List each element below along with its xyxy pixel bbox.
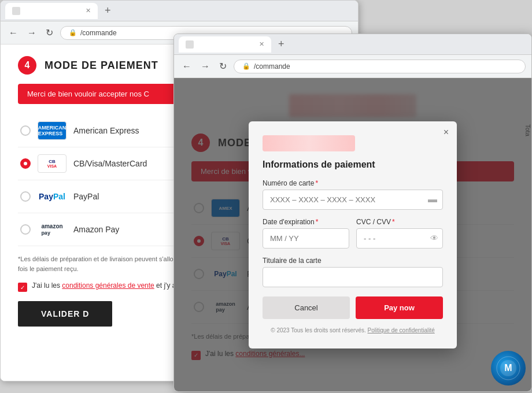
malwarebytes-logo: M — [491, 351, 526, 385]
cardholder-input[interactable] — [263, 267, 443, 287]
privacy-link[interactable]: Politique de confidentialité — [368, 327, 435, 333]
modal-overlay: × Informations de paiement Numéro de car… — [174, 78, 531, 391]
expiry-required-star: * — [316, 218, 319, 226]
back-paypal-logo: PayPal — [38, 187, 66, 206]
tab-favicon-front — [186, 40, 194, 49]
cvc-group: CVC / CVV* 👁 — [356, 218, 443, 249]
front-tab-close[interactable]: ✕ — [259, 40, 264, 48]
front-address-bar[interactable]: 🔒 /commande — [234, 60, 526, 73]
front-forward-btn[interactable]: → — [198, 59, 212, 74]
back-cgu-link[interactable]: conditions générales de vente — [62, 281, 154, 290]
back-reload-btn[interactable]: ↻ — [43, 25, 56, 40]
card-number-input[interactable] — [263, 190, 443, 210]
back-new-tab-btn[interactable]: + — [101, 5, 114, 17]
back-cgu-text: J'ai lu les conditions générales de vent… — [32, 281, 180, 290]
front-back-btn[interactable]: ← — [180, 59, 194, 74]
front-new-tab-btn[interactable]: + — [275, 38, 288, 50]
back-cbvisa-label: CB/Visa/MasterCard — [73, 159, 147, 168]
modal-close-btn[interactable]: × — [444, 127, 449, 138]
back-tab-close[interactable]: ✕ — [86, 7, 91, 14]
card-number-input-wrapper: ▬ — [263, 190, 443, 210]
back-browser-tab[interactable]: ✕ — [5, 3, 98, 19]
front-url: /commande — [254, 62, 290, 71]
cvc-required-star: * — [392, 218, 395, 226]
front-reload-btn[interactable]: ↻ — [217, 58, 229, 74]
expiry-group: Date d'expiration* — [263, 218, 349, 249]
cvc-eye-icon[interactable]: 👁 — [430, 233, 438, 243]
svg-text:M: M — [504, 363, 512, 373]
card-required-star: * — [315, 179, 318, 187]
cvc-label: CVC / CVV* — [356, 218, 443, 226]
back-url: /commande — [80, 29, 117, 37]
expiry-label: Date d'expiration* — [263, 218, 349, 226]
back-back-btn[interactable]: ← — [6, 25, 20, 40]
back-amazon-logo: amazonpay — [38, 220, 66, 239]
back-valider-btn[interactable]: VALIDER D — [18, 301, 112, 327]
front-browser-tab[interactable]: ✕ — [179, 36, 271, 53]
back-lock-icon: 🔒 — [69, 29, 77, 36]
pay-now-button[interactable]: Pay now — [356, 296, 443, 319]
expiry-cvc-row: Date d'expiration* CVC / CVV* 👁 — [263, 218, 443, 257]
cancel-button[interactable]: Cancel — [263, 296, 350, 319]
back-radio-amazon[interactable] — [20, 224, 31, 235]
tab-favicon-back — [12, 7, 20, 15]
card-type-icon: ▬ — [428, 194, 437, 205]
back-amazon-label: Amazon Pay — [73, 225, 119, 234]
expiry-input[interactable] — [263, 228, 349, 249]
front-toolbar: ← → ↻ 🔒 /commande — [174, 55, 531, 78]
back-radio-amex[interactable] — [20, 125, 31, 136]
cvc-input-wrapper: 👁 — [356, 228, 443, 249]
back-section-title: MODE DE PAIEMENT — [45, 60, 158, 72]
front-browser-window: ✕ + ← → ↻ 🔒 /commande 4 MODE DE PAIEMENT… — [173, 34, 532, 392]
back-titlebar: ✕ + — [1, 1, 358, 21]
front-lock-icon: 🔒 — [242, 62, 250, 70]
modal-footer: Cancel Pay now — [263, 296, 443, 319]
card-number-group: Numéro de carte* ▬ — [263, 179, 443, 210]
modal-site-banner — [263, 135, 355, 151]
cardholder-group: Titulaire de la carte — [263, 257, 443, 287]
back-paypal-label: PayPal — [73, 192, 99, 201]
front-page-content: 4 MODE DE PAIEMENT Merci de bien vou AME… — [174, 78, 531, 391]
back-radio-paypal[interactable] — [20, 191, 31, 202]
front-titlebar: ✕ + — [174, 34, 531, 55]
payment-modal: × Informations de paiement Numéro de car… — [249, 121, 457, 348]
modal-legal: © 2023 Tous les droits sont réservés. Po… — [263, 326, 443, 335]
back-forward-btn[interactable]: → — [25, 25, 39, 40]
cardholder-label: Titulaire de la carte — [263, 257, 443, 265]
back-cbvisa-logo: CB VISA — [38, 154, 66, 173]
back-section-number: 4 — [18, 56, 36, 75]
modal-title: Informations de paiement — [263, 160, 443, 170]
back-amex-logo: AMERICANEXPRESS — [38, 121, 66, 140]
back-radio-cbvisa[interactable] — [20, 158, 31, 169]
card-number-label: Numéro de carte* — [263, 179, 443, 187]
back-amex-label: American Express — [73, 126, 139, 135]
legal-text: © 2023 Tous les droits sont réservés. — [271, 327, 366, 333]
back-cgu-checkbox[interactable]: ✓ — [18, 283, 27, 292]
